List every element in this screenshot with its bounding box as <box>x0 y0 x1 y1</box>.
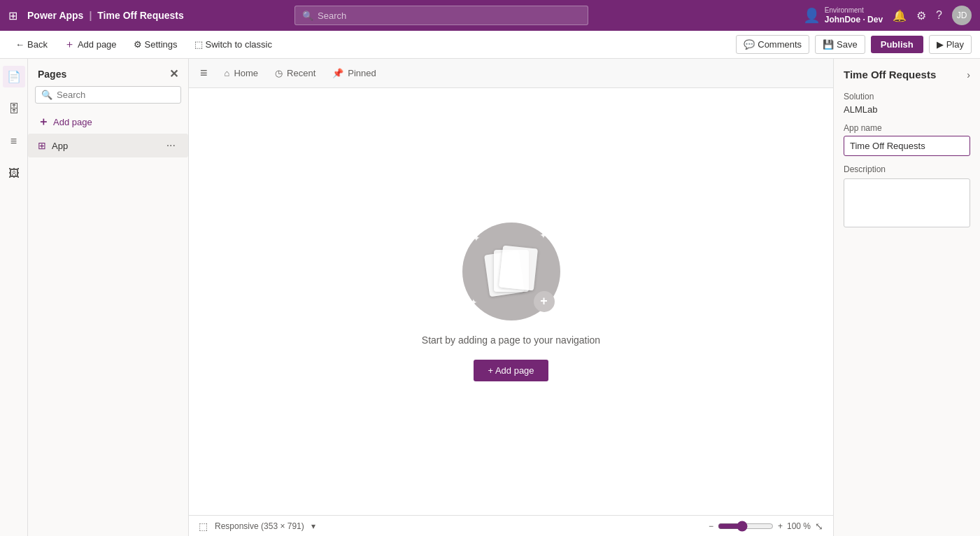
gear-icon: ⚙ <box>134 39 142 50</box>
home-label: Home <box>234 68 258 78</box>
home-icon: ⌂ <box>225 68 230 78</box>
search-icon: 🔍 <box>41 90 52 100</box>
add-page-button[interactable]: ＋ Add page <box>57 35 124 54</box>
more-options-icon[interactable]: ··· <box>164 138 178 153</box>
app-name-label: Time Off Requests <box>97 10 183 21</box>
pages-search-box[interactable]: 🔍 <box>35 86 181 104</box>
search-icon: 🔍 <box>302 10 313 21</box>
zoom-percent: 100 % <box>787 521 811 531</box>
rail-list-icon[interactable]: ≡ <box>6 131 21 152</box>
save-icon: 💾 <box>823 39 834 50</box>
separator: | <box>89 10 92 21</box>
help-icon[interactable]: ? <box>936 9 942 22</box>
avatar[interactable]: JD <box>952 6 972 25</box>
zoom-slider[interactable] <box>718 521 774 532</box>
add-page-label: Add page <box>78 39 117 50</box>
pages-stack <box>487 247 536 296</box>
pinned-icon: 📌 <box>332 68 343 78</box>
toolbar-right: 💬 Comments 💾 Save Publish ▶ Play <box>736 35 972 54</box>
description-textarea[interactable] <box>844 178 970 227</box>
preview-area: ≡ ⌂ Home ◷ Recent 📌 Pinned <box>189 59 833 536</box>
switch-icon: ⬚ <box>194 39 203 50</box>
save-label: Save <box>837 39 858 50</box>
comments-button[interactable]: 💬 Comments <box>736 35 809 54</box>
zoom-control: − + 100 % ⤡ <box>709 521 823 532</box>
right-panel-title: Time Off Requests <box>844 69 936 80</box>
recent-icon: ◷ <box>275 68 283 78</box>
toolbar: ← Back ＋ Add page ⚙ Settings ⬚ Switch to… <box>0 31 980 59</box>
responsive-label: Responsive (353 × 791) <box>215 521 304 531</box>
rail-media-icon[interactable]: 🖼 <box>4 163 24 184</box>
zoom-out-icon[interactable]: − <box>709 521 713 531</box>
page-layer-3 <box>499 245 538 290</box>
publish-button[interactable]: Publish <box>871 36 923 53</box>
play-label: Play <box>946 39 964 50</box>
brand: Power Apps | Time Off Requests <box>27 10 184 21</box>
global-search-input[interactable] <box>318 10 581 21</box>
add-icon: ＋ <box>64 38 75 51</box>
solution-value: ALMLab <box>844 104 970 115</box>
pages-search-input[interactable] <box>57 90 175 100</box>
page-item-app[interactable]: ⊞ App ··· <box>28 134 188 157</box>
settings-button[interactable]: ⚙ Settings <box>127 36 185 52</box>
environment-avatar: 👤 <box>803 7 821 24</box>
comments-label: Comments <box>758 39 802 50</box>
nav-pinned[interactable]: 📌 Pinned <box>332 68 376 78</box>
environment-name: JohnDoe · Dev <box>825 15 883 26</box>
rail-data-icon[interactable]: 🗄 <box>4 99 24 120</box>
pages-title: Pages <box>38 69 66 80</box>
add-page-canvas-button[interactable]: + Add page <box>474 360 548 381</box>
bottom-bar: ⬚ Responsive (353 × 791) ▾ − + 100 % ⤡ <box>189 515 833 536</box>
empty-state-illustration: ✦ ✦ ✦ ✦ + <box>462 223 560 320</box>
topbar: ⊞ Power Apps | Time Off Requests 🔍 👤 Env… <box>0 0 980 31</box>
page-grid-icon: ⊞ <box>38 140 46 151</box>
app-name-input[interactable] <box>844 136 970 156</box>
add-page-canvas-label: + Add page <box>488 365 534 376</box>
save-button[interactable]: 💾 Save <box>815 35 865 54</box>
pinned-label: Pinned <box>348 68 376 78</box>
publish-label: Publish <box>881 39 914 50</box>
switch-classic-button[interactable]: ⬚ Switch to classic <box>187 36 279 52</box>
topbar-right-controls: 👤 Environment JohnDoe · Dev 🔔 ⚙ ? JD <box>803 6 972 26</box>
preview-nav: ≡ ⌂ Home ◷ Recent 📌 Pinned <box>189 59 833 88</box>
power-apps-label: Power Apps <box>27 10 83 21</box>
play-icon: ▶ <box>937 39 944 50</box>
notification-icon[interactable]: 🔔 <box>893 9 907 22</box>
nav-home[interactable]: ⌂ Home <box>225 68 259 78</box>
add-page-panel-label: Add page <box>53 117 92 127</box>
responsive-chevron-icon[interactable]: ▾ <box>311 521 315 531</box>
global-search-box[interactable]: 🔍 <box>294 6 588 25</box>
sparkle-icon-1: ✦ <box>472 232 481 244</box>
environment-info: 👤 Environment JohnDoe · Dev <box>803 6 883 26</box>
settings-icon[interactable]: ⚙ <box>916 9 926 22</box>
back-button[interactable]: ← Back <box>8 36 55 52</box>
nav-recent[interactable]: ◷ Recent <box>275 68 315 78</box>
fit-icon[interactable]: ⤡ <box>815 521 823 532</box>
close-icon[interactable]: ✕ <box>169 67 178 80</box>
sparkle-icon-2: ✦ <box>539 230 548 241</box>
content-area: ≡ ⌂ Home ◷ Recent 📌 Pinned <box>189 59 980 536</box>
solution-label: Solution <box>844 92 970 101</box>
zoom-in-icon[interactable]: + <box>778 521 783 531</box>
environment-label: Environment <box>825 6 883 15</box>
empty-state-text: Start by adding a page to your navigatio… <box>422 334 600 346</box>
rail-pages-icon[interactable]: 📄 <box>3 66 25 87</box>
add-icon: ＋ <box>38 115 49 129</box>
environment-text: Environment JohnDoe · Dev <box>825 6 883 26</box>
center-right-area: ≡ ⌂ Home ◷ Recent 📌 Pinned <box>189 59 980 536</box>
app-name-label: App name <box>844 123 970 133</box>
right-panel: Time Off Requests › Solution ALMLab App … <box>833 59 980 536</box>
description-label: Description <box>844 164 970 174</box>
add-page-panel-button[interactable]: ＋ Add page <box>28 111 188 134</box>
comments-icon: 💬 <box>744 39 755 50</box>
back-icon: ← <box>15 39 24 50</box>
sparkle-icon-3: ✦ <box>469 297 478 308</box>
grid-icon[interactable]: ⊞ <box>8 9 17 22</box>
back-label: Back <box>27 39 48 50</box>
chevron-right-icon[interactable]: › <box>967 69 970 80</box>
hamburger-icon[interactable]: ≡ <box>200 66 208 80</box>
pages-panel: Pages ✕ 🔍 ＋ Add page ⊞ App ··· <box>28 59 189 536</box>
switch-classic-label: Switch to classic <box>206 39 272 50</box>
right-panel-header: Time Off Requests › <box>844 69 970 80</box>
play-button[interactable]: ▶ Play <box>929 35 972 54</box>
